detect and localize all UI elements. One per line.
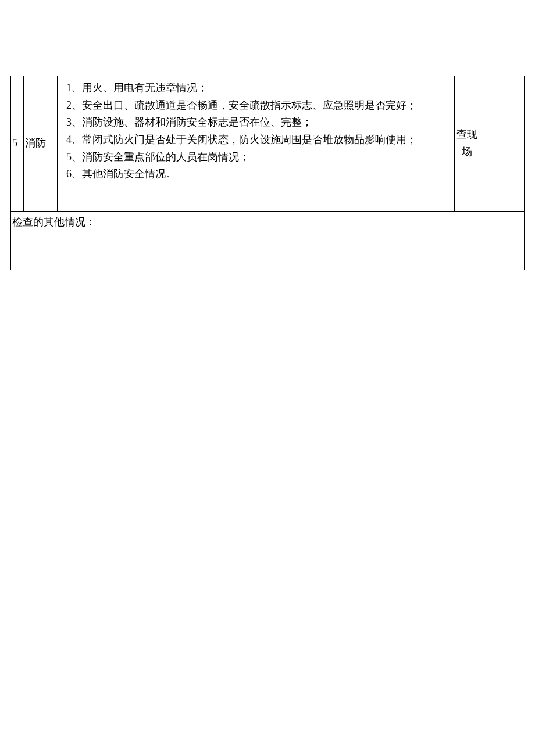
category-cell: 消防 <box>24 76 58 212</box>
content-item: 2、安全出口、疏散通道是否畅通，安全疏散指示标志、应急照明是否完好； <box>61 97 451 114</box>
table-row: 5 消防 1、用火、用电有无违章情况； 2、安全出口、疏散通道是否畅通，安全疏散… <box>11 76 525 212</box>
category-label: 消防 <box>25 137 46 149</box>
method-label: 查现场 <box>456 128 477 157</box>
inspection-table: 5 消防 1、用火、用电有无违章情况； 2、安全出口、疏散通道是否畅通，安全疏散… <box>10 76 525 270</box>
content-item: 3、消防设施、器材和消防安全标志是否在位、完整； <box>61 114 451 131</box>
content-item: 5、消防安全重点部位的人员在岗情况； <box>61 149 451 166</box>
content-item: 6、其他消防安全情况。 <box>61 166 451 183</box>
blank-cell <box>494 76 525 212</box>
other-situation-row: 检查的其他情况： <box>11 212 525 270</box>
method-cell: 查现场 <box>455 76 479 212</box>
row-number-cell: 5 <box>11 76 24 212</box>
content-item: 4、常闭式防火门是否处于关闭状态，防火设施周围是否堆放物品影响使用； <box>61 131 451 149</box>
row-number: 5 <box>12 137 17 149</box>
content-cell: 1、用火、用电有无违章情况； 2、安全出口、疏散通道是否畅通，安全疏散指示标志、… <box>58 76 455 212</box>
blank-cell <box>479 76 494 212</box>
content-item: 1、用火、用电有无违章情况； <box>61 80 451 97</box>
other-situation-label: 检查的其他情况： <box>12 216 96 228</box>
other-situation-cell: 检查的其他情况： <box>11 212 525 270</box>
